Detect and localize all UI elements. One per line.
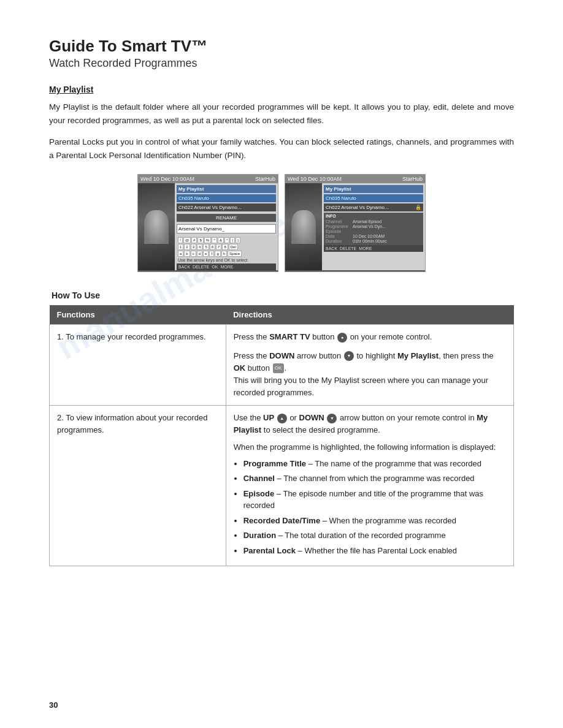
directions-cell-1: Press the SMART TV button ● on your remo… bbox=[226, 325, 513, 406]
screenshot-left-date: Wed 10 Dec 10:00AM bbox=[140, 176, 194, 182]
keyboard-row2: 1 2 3 4 5 6 7 8 Del bbox=[178, 244, 275, 250]
up-arrow-icon: ▲ bbox=[277, 414, 287, 423]
screenshot-left: Wed 10 Dec 10:00AM StarHub My Playlist C… bbox=[137, 174, 278, 272]
function-text-2: 2. To view information about your record… bbox=[57, 413, 207, 434]
info-bullet-list: Programme Title – The name of the progra… bbox=[234, 458, 506, 557]
bullet-title: Programme Title bbox=[243, 459, 306, 468]
tv-image-right bbox=[285, 183, 322, 270]
tv-image-left bbox=[138, 183, 175, 270]
function-cell-1: 1. To manage your recorded programmes. bbox=[50, 325, 226, 406]
bullet-parental: Parental Lock bbox=[243, 546, 296, 555]
instructions-table: Functions Directions 1. To manage your r… bbox=[49, 305, 514, 566]
screenshot-left-brand: StarHub bbox=[255, 176, 275, 182]
my-playlist-paragraph1: My Playlist is the default folder where … bbox=[49, 100, 514, 127]
screenshot-left-content: My Playlist Ch035 Naruto Ch022 Arsenal V… bbox=[175, 183, 278, 270]
rename-section: RENAME Arsenal Vs Dynamo_ bbox=[177, 214, 276, 233]
keyboard-row3: a b c d e f g h Space bbox=[178, 251, 275, 257]
ok-label: OK bbox=[234, 363, 246, 373]
playlist-item1-left: Ch035 Naruto bbox=[177, 194, 276, 202]
screenshot-right: Wed 10 Dec 10:00AM StarHub My Playlist C… bbox=[285, 174, 426, 272]
smart-tv-label: SMART TV bbox=[269, 332, 310, 341]
bottom-bar-right: BACK DELETE MORE bbox=[324, 245, 423, 252]
rename-input: Arsenal Vs Dynamo_ bbox=[177, 224, 276, 233]
page-title: Guide To Smart TV™ bbox=[49, 37, 514, 56]
down-arrow-icon: ▼ bbox=[344, 351, 354, 361]
info-label: INFO bbox=[326, 214, 421, 218]
playlist-item1-right: Ch035 Naruto bbox=[324, 194, 423, 202]
my-playlist-paragraph2: Parental Locks put you in control of wha… bbox=[49, 135, 514, 162]
list-item: Duration – The total duration of the rec… bbox=[243, 529, 506, 542]
page-subtitle: Watch Recorded Programmes bbox=[49, 57, 514, 70]
tv-person-right bbox=[291, 210, 316, 244]
list-item: Episode – The episode number and title o… bbox=[243, 488, 506, 512]
screenshots-row: Wed 10 Dec 10:00AM StarHub My Playlist C… bbox=[49, 174, 514, 272]
screenshot-right-header: Wed 10 Dec 10:00AM StarHub bbox=[285, 175, 425, 183]
list-item: Parental Lock – Whether the file has Par… bbox=[243, 545, 506, 557]
directions-cell-2: Use the UP ▲ or DOWN ▼ arrow button on y… bbox=[226, 406, 513, 566]
screenshot-right-date: Wed 10 Dec 10:00AM bbox=[288, 176, 342, 182]
keyboard-hint: Use the arrow keys and OK to select bbox=[178, 258, 275, 262]
list-item: Channel – The channel from which the pro… bbox=[243, 472, 506, 485]
my-playlist-heading: My Playlist bbox=[49, 85, 514, 94]
keyboard-area: ! @ # $ % ^ & * ( ) 1 bbox=[177, 236, 276, 264]
my-playlist-label: My Playlist bbox=[397, 351, 439, 360]
rename-label: RENAME bbox=[177, 214, 276, 222]
playlist-item2-right: Ch022 Arsenal Vs Dynamo... 🔒 bbox=[324, 203, 423, 211]
playlist-title-left: My Playlist bbox=[177, 185, 276, 193]
screenshot-right-content: My Playlist Ch035 Naruto Ch022 Arsenal V… bbox=[322, 183, 425, 270]
page-number: 30 bbox=[49, 700, 58, 710]
lock-icon: 🔒 bbox=[415, 205, 421, 210]
col-functions: Functions bbox=[50, 305, 226, 325]
bullet-date: Recorded Date/Time bbox=[243, 516, 320, 525]
ok-button-icon: OK bbox=[273, 363, 284, 373]
bottom-bar-left: BACK DELETE OK MORE bbox=[177, 264, 276, 270]
direction-2a: Use the UP ▲ or DOWN ▼ arrow button on y… bbox=[234, 412, 506, 436]
keyboard-row1: ! @ # $ % ^ & * ( ) bbox=[178, 237, 275, 243]
how-to-use-heading: How To Use bbox=[49, 290, 514, 300]
function-cell-2: 2. To view information about your record… bbox=[50, 406, 226, 566]
table-row: 2. To view information about your record… bbox=[50, 406, 514, 566]
how-to-use-section: How To Use Functions Directions 1. To ma… bbox=[49, 290, 514, 566]
col-directions: Directions bbox=[226, 305, 513, 325]
my-playlist-section: My Playlist My Playlist is the default f… bbox=[49, 85, 514, 162]
list-item: Programme Title – The name of the progra… bbox=[243, 458, 506, 470]
table-row: 1. To manage your recorded programmes. P… bbox=[50, 325, 514, 406]
up-label: UP bbox=[263, 413, 274, 422]
function-text-1: 1. To manage your recorded programmes. bbox=[57, 332, 206, 341]
playlist-title-right: My Playlist bbox=[324, 185, 423, 193]
screenshot-right-body: My Playlist Ch035 Naruto Ch022 Arsenal V… bbox=[285, 183, 425, 270]
down-arrow-icon-2: ▼ bbox=[327, 414, 337, 423]
tv-person-left bbox=[144, 210, 169, 244]
bullet-episode: Episode bbox=[243, 489, 275, 498]
direction-1a: Press the SMART TV button ● on your remo… bbox=[234, 331, 506, 343]
down-label: DOWN bbox=[269, 351, 294, 360]
bullet-duration: Duration bbox=[243, 531, 276, 540]
smart-tv-button-icon: ● bbox=[337, 333, 347, 343]
info-panel: INFO Channel Arsenal Episod Programme Ar… bbox=[324, 213, 423, 245]
direction-2b: When the programme is highlighted, the f… bbox=[234, 441, 506, 453]
screenshot-left-header: Wed 10 Dec 10:00AM StarHub bbox=[138, 175, 278, 183]
screenshot-right-brand: StarHub bbox=[402, 176, 423, 182]
bullet-channel: Channel bbox=[243, 474, 275, 483]
direction-1b: Press the DOWN arrow button ▼ to highlig… bbox=[234, 350, 506, 400]
down-label-2: DOWN bbox=[299, 413, 324, 422]
playlist-item2-left: Ch022 Arsenal Vs Dynamo... bbox=[177, 203, 276, 211]
table-header-row: Functions Directions bbox=[50, 305, 514, 325]
screenshot-left-body: My Playlist Ch035 Naruto Ch022 Arsenal V… bbox=[138, 183, 278, 270]
list-item: Recorded Date/Time – When the programme … bbox=[243, 515, 506, 527]
